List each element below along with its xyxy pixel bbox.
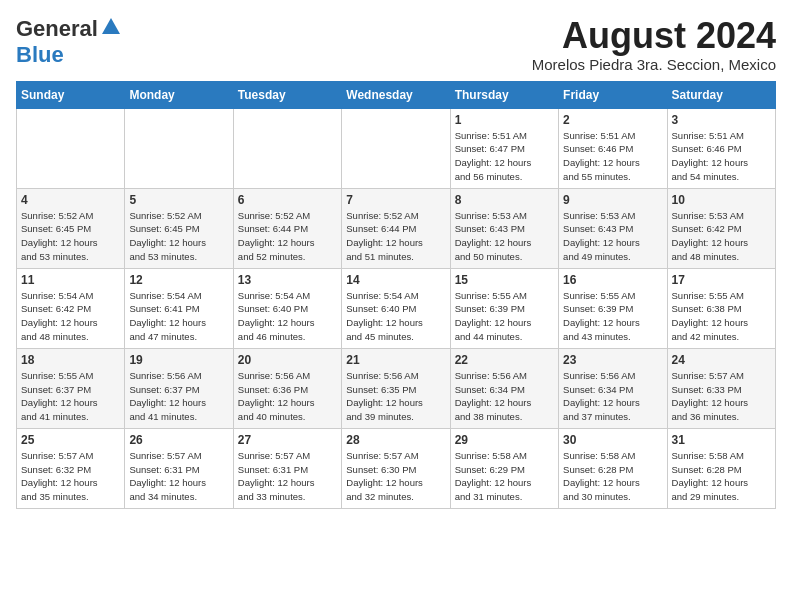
calendar-cell: 26Sunrise: 5:57 AM Sunset: 6:31 PM Dayli… (125, 428, 233, 508)
day-info: Sunrise: 5:56 AM Sunset: 6:36 PM Dayligh… (238, 369, 337, 424)
header-monday: Monday (125, 81, 233, 108)
day-info: Sunrise: 5:52 AM Sunset: 6:44 PM Dayligh… (346, 209, 445, 264)
day-number: 25 (21, 433, 120, 447)
day-number: 13 (238, 273, 337, 287)
day-number: 12 (129, 273, 228, 287)
calendar-cell: 7Sunrise: 5:52 AM Sunset: 6:44 PM Daylig… (342, 188, 450, 268)
day-info: Sunrise: 5:53 AM Sunset: 6:43 PM Dayligh… (455, 209, 554, 264)
calendar-cell: 29Sunrise: 5:58 AM Sunset: 6:29 PM Dayli… (450, 428, 558, 508)
calendar-cell: 10Sunrise: 5:53 AM Sunset: 6:42 PM Dayli… (667, 188, 775, 268)
calendar-week-3: 11Sunrise: 5:54 AM Sunset: 6:42 PM Dayli… (17, 268, 776, 348)
day-number: 20 (238, 353, 337, 367)
day-info: Sunrise: 5:52 AM Sunset: 6:44 PM Dayligh… (238, 209, 337, 264)
day-info: Sunrise: 5:54 AM Sunset: 6:42 PM Dayligh… (21, 289, 120, 344)
day-number: 2 (563, 113, 662, 127)
day-number: 16 (563, 273, 662, 287)
logo-general: General (16, 16, 98, 42)
calendar-cell: 6Sunrise: 5:52 AM Sunset: 6:44 PM Daylig… (233, 188, 341, 268)
calendar-cell: 27Sunrise: 5:57 AM Sunset: 6:31 PM Dayli… (233, 428, 341, 508)
calendar-cell: 12Sunrise: 5:54 AM Sunset: 6:41 PM Dayli… (125, 268, 233, 348)
day-number: 6 (238, 193, 337, 207)
day-info: Sunrise: 5:52 AM Sunset: 6:45 PM Dayligh… (21, 209, 120, 264)
day-number: 27 (238, 433, 337, 447)
day-number: 5 (129, 193, 228, 207)
calendar-cell: 5Sunrise: 5:52 AM Sunset: 6:45 PM Daylig… (125, 188, 233, 268)
calendar-cell: 8Sunrise: 5:53 AM Sunset: 6:43 PM Daylig… (450, 188, 558, 268)
day-info: Sunrise: 5:57 AM Sunset: 6:32 PM Dayligh… (21, 449, 120, 504)
day-info: Sunrise: 5:56 AM Sunset: 6:34 PM Dayligh… (455, 369, 554, 424)
day-number: 22 (455, 353, 554, 367)
day-number: 4 (21, 193, 120, 207)
calendar-cell: 30Sunrise: 5:58 AM Sunset: 6:28 PM Dayli… (559, 428, 667, 508)
title-section: August 2024 Morelos Piedra 3ra. Seccion,… (532, 16, 776, 73)
day-info: Sunrise: 5:57 AM Sunset: 6:31 PM Dayligh… (129, 449, 228, 504)
day-info: Sunrise: 5:51 AM Sunset: 6:46 PM Dayligh… (563, 129, 662, 184)
day-number: 15 (455, 273, 554, 287)
day-number: 7 (346, 193, 445, 207)
day-number: 28 (346, 433, 445, 447)
calendar-cell (125, 108, 233, 188)
day-info: Sunrise: 5:52 AM Sunset: 6:45 PM Dayligh… (129, 209, 228, 264)
calendar-cell: 4Sunrise: 5:52 AM Sunset: 6:45 PM Daylig… (17, 188, 125, 268)
day-number: 19 (129, 353, 228, 367)
calendar-cell (17, 108, 125, 188)
logo: General Blue (16, 16, 122, 68)
day-number: 11 (21, 273, 120, 287)
calendar-cell: 19Sunrise: 5:56 AM Sunset: 6:37 PM Dayli… (125, 348, 233, 428)
calendar-week-5: 25Sunrise: 5:57 AM Sunset: 6:32 PM Dayli… (17, 428, 776, 508)
day-number: 18 (21, 353, 120, 367)
day-info: Sunrise: 5:56 AM Sunset: 6:34 PM Dayligh… (563, 369, 662, 424)
day-number: 3 (672, 113, 771, 127)
calendar-cell: 21Sunrise: 5:56 AM Sunset: 6:35 PM Dayli… (342, 348, 450, 428)
calendar-cell (342, 108, 450, 188)
day-number: 30 (563, 433, 662, 447)
calendar-cell: 15Sunrise: 5:55 AM Sunset: 6:39 PM Dayli… (450, 268, 558, 348)
day-info: Sunrise: 5:51 AM Sunset: 6:46 PM Dayligh… (672, 129, 771, 184)
header-tuesday: Tuesday (233, 81, 341, 108)
calendar-cell: 23Sunrise: 5:56 AM Sunset: 6:34 PM Dayli… (559, 348, 667, 428)
header-saturday: Saturday (667, 81, 775, 108)
header-thursday: Thursday (450, 81, 558, 108)
page-header: General Blue August 2024 Morelos Piedra … (16, 16, 776, 73)
header-wednesday: Wednesday (342, 81, 450, 108)
day-info: Sunrise: 5:54 AM Sunset: 6:40 PM Dayligh… (238, 289, 337, 344)
calendar-cell: 11Sunrise: 5:54 AM Sunset: 6:42 PM Dayli… (17, 268, 125, 348)
day-info: Sunrise: 5:54 AM Sunset: 6:41 PM Dayligh… (129, 289, 228, 344)
calendar-cell: 13Sunrise: 5:54 AM Sunset: 6:40 PM Dayli… (233, 268, 341, 348)
day-info: Sunrise: 5:56 AM Sunset: 6:37 PM Dayligh… (129, 369, 228, 424)
day-number: 10 (672, 193, 771, 207)
day-info: Sunrise: 5:53 AM Sunset: 6:43 PM Dayligh… (563, 209, 662, 264)
day-number: 29 (455, 433, 554, 447)
calendar-cell: 3Sunrise: 5:51 AM Sunset: 6:46 PM Daylig… (667, 108, 775, 188)
calendar-week-4: 18Sunrise: 5:55 AM Sunset: 6:37 PM Dayli… (17, 348, 776, 428)
calendar-cell: 1Sunrise: 5:51 AM Sunset: 6:47 PM Daylig… (450, 108, 558, 188)
calendar-cell: 2Sunrise: 5:51 AM Sunset: 6:46 PM Daylig… (559, 108, 667, 188)
calendar-cell: 9Sunrise: 5:53 AM Sunset: 6:43 PM Daylig… (559, 188, 667, 268)
day-number: 8 (455, 193, 554, 207)
calendar-week-1: 1Sunrise: 5:51 AM Sunset: 6:47 PM Daylig… (17, 108, 776, 188)
calendar-cell: 16Sunrise: 5:55 AM Sunset: 6:39 PM Dayli… (559, 268, 667, 348)
calendar-cell: 22Sunrise: 5:56 AM Sunset: 6:34 PM Dayli… (450, 348, 558, 428)
day-info: Sunrise: 5:54 AM Sunset: 6:40 PM Dayligh… (346, 289, 445, 344)
calendar-week-2: 4Sunrise: 5:52 AM Sunset: 6:45 PM Daylig… (17, 188, 776, 268)
logo-blue: Blue (16, 42, 64, 68)
day-info: Sunrise: 5:55 AM Sunset: 6:37 PM Dayligh… (21, 369, 120, 424)
calendar-cell: 31Sunrise: 5:58 AM Sunset: 6:28 PM Dayli… (667, 428, 775, 508)
calendar-cell: 24Sunrise: 5:57 AM Sunset: 6:33 PM Dayli… (667, 348, 775, 428)
header-friday: Friday (559, 81, 667, 108)
day-info: Sunrise: 5:58 AM Sunset: 6:28 PM Dayligh… (672, 449, 771, 504)
calendar-cell (233, 108, 341, 188)
day-number: 26 (129, 433, 228, 447)
calendar-cell: 20Sunrise: 5:56 AM Sunset: 6:36 PM Dayli… (233, 348, 341, 428)
day-number: 1 (455, 113, 554, 127)
day-number: 9 (563, 193, 662, 207)
calendar-cell: 17Sunrise: 5:55 AM Sunset: 6:38 PM Dayli… (667, 268, 775, 348)
day-number: 31 (672, 433, 771, 447)
day-info: Sunrise: 5:57 AM Sunset: 6:33 PM Dayligh… (672, 369, 771, 424)
svg-marker-0 (102, 18, 120, 34)
logo-icon (100, 16, 122, 38)
location-subtitle: Morelos Piedra 3ra. Seccion, Mexico (532, 56, 776, 73)
day-number: 24 (672, 353, 771, 367)
day-number: 21 (346, 353, 445, 367)
day-info: Sunrise: 5:56 AM Sunset: 6:35 PM Dayligh… (346, 369, 445, 424)
